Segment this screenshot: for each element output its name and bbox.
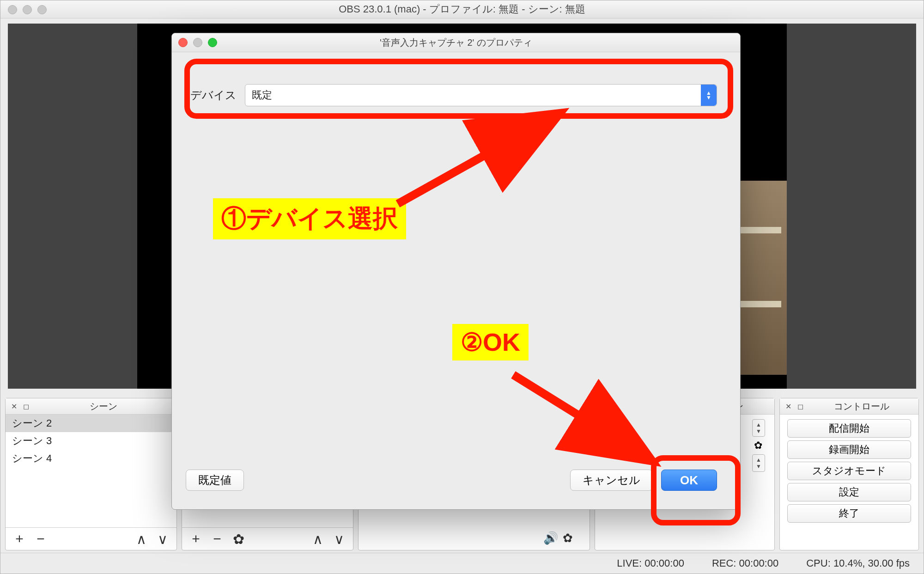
dialog-titlebar: '音声入力キャプチャ 2' のプロパティ [172, 33, 740, 52]
status-cpu: CPU: 10.4%, 30.00 fps [806, 557, 910, 569]
duration-stepper[interactable]: ▲▼ [752, 454, 765, 472]
device-select[interactable]: 既定 ▲▼ [245, 84, 717, 106]
move-up-icon[interactable]: ∧ [135, 531, 148, 547]
controls-dock-title: コントロール [805, 400, 918, 413]
scenes-dock-title: シーン [30, 400, 176, 413]
studio-mode-button[interactable]: スタジオモード [787, 462, 911, 480]
status-live: LIVE: 00:00:00 [617, 557, 684, 569]
start-recording-button[interactable]: 録画開始 [787, 440, 911, 459]
transition-stepper[interactable]: ▲▼ [752, 419, 765, 437]
add-icon[interactable]: + [189, 531, 202, 547]
ok-button[interactable]: OK [661, 470, 717, 491]
start-streaming-button[interactable]: 配信開始 [787, 419, 911, 438]
cancel-button[interactable]: キャンセル [570, 470, 653, 491]
speaker-icon[interactable]: 🔊 [543, 531, 558, 545]
window-zoom-icon[interactable] [37, 5, 47, 14]
scenes-dock: ✕ ◻ シーン シーン 2 シーン 3 シーン 4 + − ∧ ∨ [5, 398, 177, 550]
settings-button[interactable]: 設定 [787, 483, 911, 501]
dock-close-icon[interactable]: ✕ [784, 402, 793, 411]
window-minimize-icon[interactable] [23, 5, 32, 14]
dialog-minimize-icon [193, 38, 202, 47]
device-field-row: デバイス 既定 ▲▼ [190, 84, 717, 106]
device-label: デバイス [190, 88, 237, 103]
add-icon[interactable]: + [13, 531, 26, 547]
sources-toolbar: + − ✿ ∧ ∨ [182, 527, 353, 550]
dock-popout-icon[interactable]: ◻ [796, 402, 805, 411]
status-rec: REC: 00:00:00 [712, 557, 778, 569]
scene-item[interactable]: シーン 3 [6, 432, 176, 450]
controls-dock-header: ✕ ◻ コントロール [780, 398, 918, 415]
settings-icon[interactable]: ✿ [232, 531, 245, 547]
remove-icon[interactable]: − [34, 531, 47, 547]
device-select-value: 既定 [252, 88, 272, 102]
move-down-icon[interactable]: ∨ [156, 531, 169, 547]
obs-main-window: OBS 23.0.1 (mac) - プロファイル: 無題 - シーン: 無題 … [0, 0, 924, 574]
move-up-icon[interactable]: ∧ [311, 531, 324, 547]
scenes-toolbar: + − ∧ ∨ [6, 527, 176, 550]
status-bar: LIVE: 00:00:00 REC: 00:00:00 CPU: 10.4%,… [0, 553, 924, 574]
dialog-button-row: 既定値 キャンセル OK [186, 470, 717, 491]
window-close-icon[interactable] [8, 5, 17, 14]
dialog-title: '音声入力キャプチャ 2' のプロパティ [380, 37, 532, 48]
gear-icon[interactable]: ✿ [752, 440, 764, 452]
window-traffic-lights [8, 5, 47, 14]
dock-popout-icon[interactable]: ◻ [21, 402, 30, 411]
defaults-button[interactable]: 既定値 [186, 470, 244, 491]
dialog-close-icon[interactable] [178, 38, 188, 47]
gear-icon[interactable]: ✿ [563, 531, 573, 545]
scene-item[interactable]: シーン 2 [6, 415, 176, 432]
scenes-list[interactable]: シーン 2 シーン 3 シーン 4 [6, 415, 176, 527]
scene-item[interactable]: シーン 4 [6, 450, 176, 467]
chevron-updown-icon: ▲▼ [701, 85, 717, 106]
dialog-zoom-icon[interactable] [208, 38, 217, 47]
exit-button[interactable]: 終了 [787, 504, 911, 523]
dock-close-icon[interactable]: ✕ [9, 402, 18, 411]
window-title: OBS 23.0.1 (mac) - プロファイル: 無題 - シーン: 無題 [0, 0, 924, 18]
scenes-dock-header: ✕ ◻ シーン [6, 398, 176, 415]
controls-dock: ✕ ◻ コントロール 配信開始 録画開始 スタジオモード 設定 終了 [779, 398, 919, 550]
remove-icon[interactable]: − [211, 531, 224, 547]
properties-dialog: '音声入力キャプチャ 2' のプロパティ デバイス 既定 ▲▼ 既定値 キャンセ… [171, 33, 741, 510]
move-down-icon[interactable]: ∨ [333, 531, 346, 547]
controls-list: 配信開始 録画開始 スタジオモード 設定 終了 [780, 415, 918, 550]
